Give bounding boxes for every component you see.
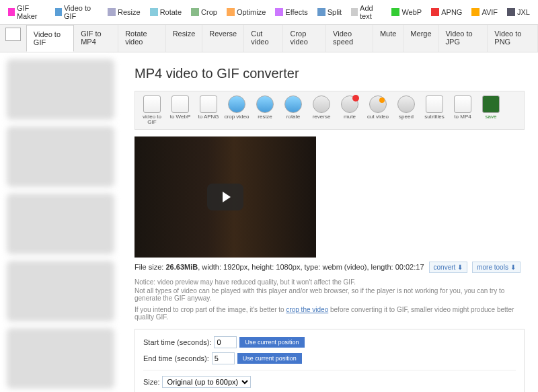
settings-form: Start time (seconds): Use current positi…	[134, 329, 525, 392]
optimize-icon	[227, 8, 235, 16]
tool-bar: video to GIFto WebPto APNGcrop videoresi…	[134, 91, 525, 130]
tool-cut-video[interactable]: cut video	[364, 94, 392, 126]
play-icon[interactable]	[207, 184, 243, 210]
notice-text: Notice: video preview may have reduced q…	[134, 278, 525, 286]
topnav-text[interactable]: Add text	[351, 4, 382, 20]
size-select[interactable]: Original (up to 600px)	[162, 376, 251, 388]
notice-text: Not all types of video can be played wit…	[134, 287, 525, 302]
tool-reverse[interactable]: reverse	[307, 94, 336, 126]
resize-icon	[108, 8, 116, 16]
topnav-crop[interactable]: Crop	[191, 4, 217, 20]
rotate-icon	[284, 95, 302, 113]
topnav-avif[interactable]: AVIF	[471, 4, 498, 20]
end-time-input[interactable]	[212, 352, 235, 364]
topnav-video[interactable]: Video to GIF	[55, 4, 98, 20]
subnav-video-to-gif[interactable]: Video to GIF	[26, 25, 74, 52]
crop-video-icon	[228, 95, 245, 113]
effects-icon	[275, 8, 283, 16]
convert-link[interactable]: convert ⬇	[429, 262, 468, 273]
topnav-optimize[interactable]: Optimize	[227, 4, 266, 20]
save-icon	[482, 95, 500, 113]
tool-rotate[interactable]: rotate	[279, 94, 307, 126]
split-icon	[317, 8, 325, 16]
webp-icon	[391, 8, 399, 16]
subnav-cut-video[interactable]: Cut video	[244, 25, 283, 52]
start-time-input[interactable]	[214, 336, 237, 348]
more-tools-link[interactable]: more tools ⬇	[472, 262, 520, 273]
rotate-icon	[150, 8, 158, 16]
cut-video-icon	[369, 95, 387, 113]
subnav-video-speed[interactable]: Video speed	[326, 25, 373, 52]
tool-crop-video[interactable]: crop video	[223, 94, 251, 126]
apng-icon	[431, 8, 439, 16]
subnav-reverse[interactable]: Reverse	[202, 25, 244, 52]
tool-mute[interactable]: mute	[336, 94, 364, 126]
tool-to-APNG[interactable]: to APNG	[194, 94, 223, 126]
sub-nav: Video to GIFGIF to MP4Rotate videoResize…	[0, 25, 538, 52]
top-nav: GIF MakerVideo to GIFResizeRotateCropOpt…	[0, 0, 538, 25]
tool-to-WebP[interactable]: to WebP	[166, 94, 194, 126]
topnav-jxl[interactable]: JXL	[507, 4, 530, 20]
subnav-rotate-video[interactable]: Rotate video	[118, 25, 165, 52]
crop-video-link[interactable]: crop the video	[286, 306, 328, 313]
subnav-resize[interactable]: Resize	[166, 25, 203, 52]
video-player[interactable]	[134, 136, 316, 258]
topnav-effects[interactable]: Effects	[275, 4, 307, 20]
subnav-crop-video[interactable]: Crop video	[283, 25, 326, 52]
tool-subtitles[interactable]: subtitles	[420, 94, 449, 126]
to-WebP-icon	[171, 95, 189, 113]
start-time-label: Start time (seconds):	[143, 338, 211, 346]
tool-video-to-GIF[interactable]: video to GIF	[138, 94, 166, 126]
video-icon	[55, 8, 62, 16]
topnav-gif[interactable]: GIF Maker	[8, 4, 46, 20]
subnav-video-to-png[interactable]: Video to PNG	[488, 25, 538, 52]
logo-icon	[5, 28, 21, 41]
subtitles-icon	[426, 95, 443, 113]
mute-icon	[341, 95, 358, 113]
resize-icon	[256, 95, 274, 113]
notice-text: If you intend to crop part of the image,…	[134, 306, 525, 321]
use-current-start-button[interactable]: Use current position	[239, 337, 304, 348]
jxl-icon	[507, 8, 515, 16]
tool-to-MP4[interactable]: to MP4	[449, 94, 477, 126]
topnav-rotate[interactable]: Rotate	[150, 4, 182, 20]
topnav-resize[interactable]: Resize	[108, 4, 141, 20]
topnav-split[interactable]: Split	[317, 4, 342, 20]
use-current-end-button[interactable]: Use current position	[237, 353, 302, 364]
size-label: Size:	[143, 378, 159, 386]
reverse-icon	[313, 95, 330, 113]
page-title: MP4 video to GIF converter	[134, 66, 525, 81]
avif-icon	[471, 8, 479, 16]
gif-icon	[8, 8, 15, 16]
topnav-apng[interactable]: APNG	[431, 4, 462, 20]
video-to-GIF-icon	[143, 95, 161, 113]
subnav-video-to-jpg[interactable]: Video to JPG	[439, 25, 488, 52]
text-icon	[351, 8, 358, 16]
subnav-mute[interactable]: Mute	[373, 25, 404, 52]
to-APNG-icon	[200, 95, 217, 113]
topnav-webp[interactable]: WebP	[391, 4, 422, 20]
end-time-label: End time (seconds):	[143, 354, 209, 362]
tool-resize[interactable]: resize	[251, 94, 279, 126]
file-info: File size: 26.63MiB, width: 1920px, heig…	[134, 262, 525, 273]
main-content: MP4 video to GIF converter video to GIFt…	[121, 52, 538, 392]
sidebar-ads	[0, 52, 121, 392]
subnav-gif-to-mp4[interactable]: GIF to MP4	[74, 25, 118, 52]
crop-icon	[191, 8, 199, 16]
speed-icon	[397, 95, 415, 113]
tool-speed[interactable]: speed	[392, 94, 420, 126]
subnav-merge[interactable]: Merge	[404, 25, 438, 52]
tool-save[interactable]: save	[477, 94, 505, 126]
to-MP4-icon	[454, 95, 471, 113]
